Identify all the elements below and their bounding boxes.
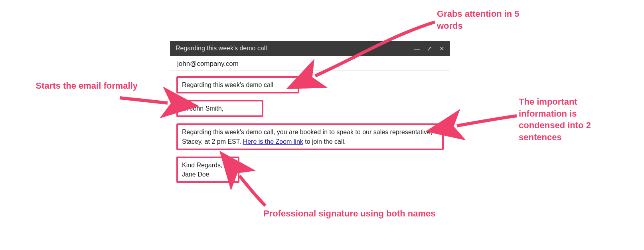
to-field[interactable]: john@company.com [170, 56, 450, 71]
compose-titlebar: Regarding this week's demo call — ⤢ ✕ [170, 41, 450, 56]
close-icon[interactable]: ✕ [439, 46, 444, 52]
arrow-condensed [457, 116, 517, 126]
subject-text: Regarding this week's demo call [182, 81, 273, 88]
diagram-stage: Regarding this week's demo call — ⤢ ✕ jo… [0, 0, 644, 250]
compose-title: Regarding this week's demo call [176, 45, 414, 52]
body-highlight: Regarding this week's demo call, you are… [176, 123, 444, 150]
compose-body[interactable]: Regarding this week's demo call Hi John … [170, 71, 450, 191]
greeting-text: Hi John Smith, [182, 105, 223, 112]
annotation-attention: Grabs attention in 5 words [437, 8, 533, 32]
annotation-condensed: The important information is condensed i… [519, 96, 614, 143]
signature-highlight: Kind Regards, Jane Doe [176, 157, 239, 183]
signoff-text: Kind Regards, [182, 162, 222, 169]
expand-icon[interactable]: ⤢ [427, 46, 432, 52]
compose-window: Regarding this week's demo call — ⤢ ✕ jo… [170, 41, 450, 191]
greeting-highlight: Hi John Smith, [176, 100, 263, 117]
arrow-formal [120, 98, 168, 103]
annotation-signature: Professional signature using both names [263, 208, 447, 220]
subject-highlight: Regarding this week's demo call [176, 76, 299, 93]
minimize-icon[interactable]: — [414, 46, 420, 52]
body-after-link: to join the call. [303, 138, 346, 145]
window-controls: — ⤢ ✕ [414, 46, 444, 52]
annotation-formal: Starts the email formally [34, 80, 138, 92]
sender-name: Jane Doe [182, 171, 209, 178]
zoom-link[interactable]: Here is the Zoom link [243, 138, 303, 145]
